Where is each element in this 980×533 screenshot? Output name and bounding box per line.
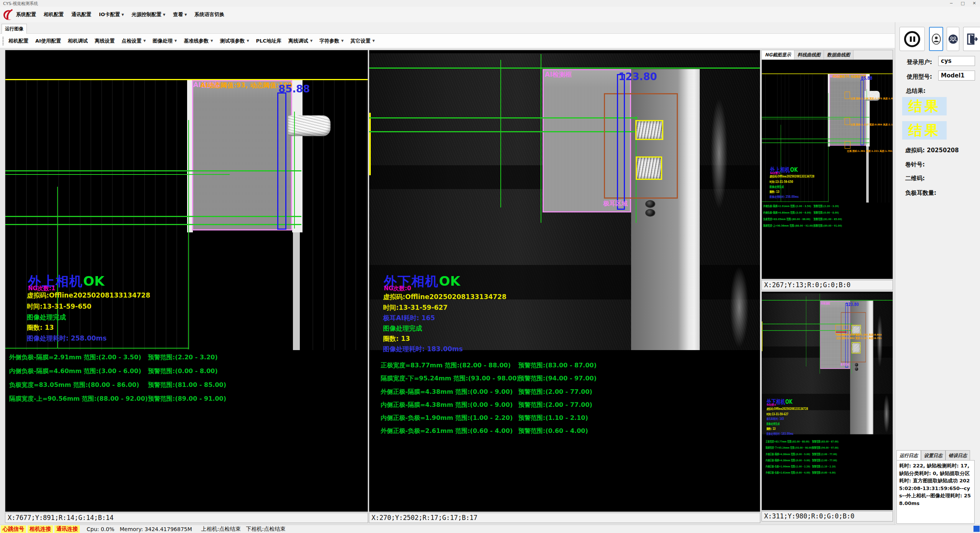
- reference-line-yellow: [762, 321, 762, 351]
- metal-highlight: [730, 265, 749, 349]
- toolbar-image-processing[interactable]: 图像处理▼: [153, 38, 177, 44]
- process-done-text: 图像处理完成: [766, 422, 779, 426]
- maximize-button[interactable]: □: [957, 0, 968, 7]
- metal-highlight: [710, 96, 728, 211]
- lower-camera-panel[interactable]: AI检测框 123.80 极耳区域 外下相机OK NG次数:0 虚拟码:Offl…: [369, 50, 760, 512]
- minimize-button[interactable]: ─: [945, 0, 957, 7]
- preview-upper-coordbar: X:267;Y:13;R:0;G:0;B:0: [761, 280, 893, 290]
- measurement-row: 隔膜宽度-下=95.24mm 范围:(93.00 - 98.00)预警范围:(9…: [381, 375, 749, 383]
- defect-line-red: [836, 332, 847, 332]
- process-cost-text: 图像处理耗时: 183.00ms: [383, 345, 463, 354]
- process-cost-text: 图像处理耗时: 258.00ms: [770, 195, 799, 199]
- toolbar-test-item-params[interactable]: 测试项参数▼: [220, 38, 249, 44]
- login-user-field[interactable]: cys: [938, 56, 975, 66]
- heartbeat-status-badge: 心跳信号: [1, 525, 26, 533]
- toolbar-camera-config[interactable]: 相机配置: [8, 38, 28, 44]
- toolbar-baseline-params[interactable]: 基准线参数▼: [184, 38, 213, 44]
- dropdown-arrow-icon: ▼: [122, 13, 124, 16]
- login-user-label: 登录用户:: [907, 59, 932, 66]
- toolbar-other-settings[interactable]: 其它设置▼: [350, 38, 375, 44]
- toolbar-plc-address-lib[interactable]: PLC地址库: [256, 38, 281, 44]
- width-measure-box-blue: [277, 92, 286, 230]
- measure-line-green: [762, 119, 843, 119]
- toolbar-offline-setting[interactable]: 离线设置: [95, 38, 115, 44]
- width-value-text: 85.88: [278, 83, 310, 95]
- user-group-button[interactable]: [947, 27, 959, 51]
- process-done-text: 图像处理完成: [27, 313, 66, 322]
- result-badge-lower: 结果: [902, 121, 947, 140]
- menu-item-view[interactable]: 查看▼: [173, 11, 187, 18]
- ng-count-text: NG次数:0: [384, 285, 411, 292]
- virtual-code-text: 虚拟码:Offline20250208133134728: [27, 291, 150, 300]
- measure-line-green: [806, 296, 806, 367]
- log-content: 耗时: 222, 缺陷检测耗时: 17, 缺陷分类耗时: 0, 缺陷提取分区耗时…: [896, 460, 975, 524]
- measure-line-green: [762, 143, 869, 143]
- film-edge-strip: [866, 146, 869, 202]
- tab-area-label: 极耳区域: [841, 363, 849, 367]
- turns-text: 圈数: 13: [27, 323, 54, 332]
- menu-item-language-switch[interactable]: 系统语言切换: [194, 11, 224, 18]
- window-titlebar: CYS-视觉检测系统 ─ □ ✕: [0, 0, 980, 7]
- measurement-row: 外侧正极-隔膜=4.38mm 范围:(0.00 - 9.00)预警范围:(2.0…: [381, 388, 749, 396]
- screw-circle: [855, 367, 858, 371]
- model-field[interactable]: Model1: [938, 71, 975, 81]
- lower-camera-view[interactable]: AI检测框 123.80 极耳区域 外下相机OK NG次数:0 虚拟码:Offl…: [369, 50, 760, 512]
- tab-ng-snapshot[interactable]: NG截图显示: [762, 50, 794, 59]
- tab-material-curve[interactable]: 料线曲线图: [794, 50, 824, 59]
- measurement-row: 外侧负极-隔膜=2.91mm 范围:(2.00 - 3.50)预警范围:(2.2…: [763, 204, 893, 208]
- toolbar-ai-usage-config[interactable]: AI使用配置: [35, 38, 61, 44]
- toolbar-grip[interactable]: [2, 37, 4, 45]
- ai-cost-text: 极耳AI耗时: 165: [766, 417, 784, 421]
- upper-camera-view[interactable]: AI检测框 AI动态阈值:93, 动态阈值:100 85.88 外上相机OK N…: [5, 50, 368, 512]
- menu-item-io-card-config[interactable]: IO卡配置▼: [99, 11, 124, 18]
- screw-circle: [645, 209, 655, 217]
- camera-connection-badge: 相机连接: [28, 525, 53, 533]
- defect-box: [845, 141, 850, 149]
- ng-preview-lower[interactable]: AI检测框 123.80 极耳区域 外下相机OK NG次数:0 虚拟码:Offl…: [761, 291, 893, 510]
- menu-item-comm-config[interactable]: 通讯配置: [71, 11, 91, 18]
- menu-item-camera-config[interactable]: 相机配置: [44, 11, 64, 18]
- dropdown-arrow-icon: ▼: [310, 39, 312, 43]
- app-logo-icon: [1, 8, 14, 21]
- measurement-row: 负极宽度=83.05mm 范围:(80.00 - 86.00)预警范围:(81.…: [763, 217, 893, 221]
- process-done-text: 图像处理完成: [383, 324, 422, 333]
- upper-camera-view[interactable]: AI检测框 AI动态阈值:93, 动态阈值:100 85.88 外上相机OK N…: [762, 60, 893, 279]
- log-panel: 运行日志 设置日志 错误日志 耗时: 222, 缺陷检测耗时: 17, 缺陷分类…: [896, 450, 975, 524]
- tab-detect-box-yellow: [852, 342, 860, 354]
- toolbar-offline-debug[interactable]: 离线调试▼: [288, 38, 312, 44]
- width-value-text: 123.80: [846, 302, 859, 307]
- user-button[interactable]: [929, 27, 943, 51]
- tab-run-log[interactable]: 运行日志: [896, 450, 921, 460]
- dropdown-arrow-icon: ▼: [247, 39, 249, 43]
- ai-box-label: AI检测框: [545, 70, 572, 79]
- corner-blue-icon: [973, 526, 980, 532]
- tab-setting-log[interactable]: 设置日志: [921, 450, 945, 460]
- toolbar-spot-check-setting[interactable]: 点检设置▼: [122, 38, 146, 44]
- measure-line-green: [57, 187, 58, 348]
- ng-preview-upper[interactable]: AI检测框 AI动态阈值:93, 动态阈值:100 85.88 外上相机OK N…: [761, 59, 893, 279]
- time-text: 时间:13-31-59-650: [27, 302, 91, 311]
- close-button[interactable]: ✕: [968, 0, 980, 7]
- tab-area-box-brown: [604, 93, 678, 199]
- virtual-code-label: 虚拟码: 20250208: [905, 147, 959, 154]
- tab-error-log[interactable]: 错误日志: [945, 450, 970, 460]
- tab-run-image[interactable]: 运行图像: [2, 24, 27, 34]
- menu-item-light-control-config[interactable]: 光源控制配置▼: [132, 11, 165, 18]
- toolbar-char-params[interactable]: 字符参数▼: [319, 38, 344, 44]
- tab-data-curve[interactable]: 数据曲线图: [824, 50, 853, 59]
- lower-camera-view[interactable]: AI检测框 123.80 极耳区域 外下相机OK NG次数:0 虚拟码:Offl…: [762, 292, 893, 510]
- metal-highlight: [883, 394, 890, 434]
- dropdown-arrow-icon: ▼: [372, 39, 375, 43]
- toolbar-camera-debug[interactable]: 相机调试: [68, 38, 88, 44]
- exit-button[interactable]: [963, 27, 980, 51]
- pause-button[interactable]: [899, 27, 925, 51]
- menu-item-system-config[interactable]: 系统配置: [16, 11, 36, 18]
- measurement-row: 内侧正极-隔膜=4.38mm 范围:(0.00 - 9.00)预警范围:(2.0…: [381, 401, 749, 409]
- measurement-row: 外侧负极-隔膜=2.91mm 范围:(2.00 - 3.50)预警范围:(2.2…: [9, 354, 366, 362]
- measure-line-green: [5, 174, 230, 175]
- width-value-text: 123.80: [618, 71, 657, 82]
- upper-camera-panel[interactable]: AI检测框 AI动态阈值:93, 动态阈值:100 85.88 外上相机OK N…: [5, 50, 368, 512]
- defect-annotation: 过黑 面积:1.391 宽度:1.221 高度:1.791: [847, 150, 892, 153]
- measure-line-green: [188, 120, 189, 349]
- process-done-text: 图像处理完成: [770, 185, 784, 189]
